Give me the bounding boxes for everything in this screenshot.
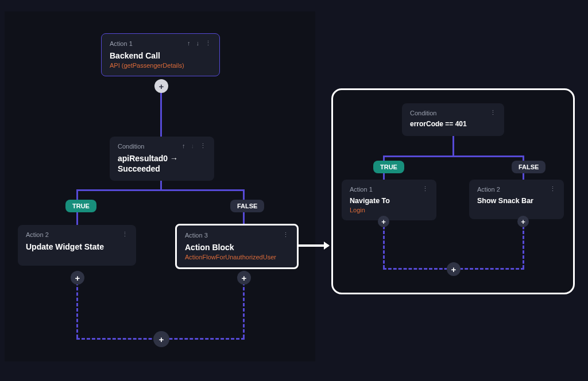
condition-controls: ↑ ↓ ⋮: [182, 142, 206, 150]
add-node-button[interactable]: +: [237, 271, 251, 285]
dashed-connector: [383, 221, 385, 269]
flow-arrow: [299, 244, 328, 247]
move-down-icon: ↓: [191, 142, 195, 150]
dashed-connector: [76, 277, 78, 338]
connector-line: [383, 155, 524, 157]
more-icon[interactable]: ⋮: [205, 40, 211, 47]
condition-title: apiResultad0 → Succeeded: [118, 153, 206, 174]
add-node-button[interactable]: +: [378, 216, 389, 227]
right-action1-card[interactable]: Action 1 ⋮ Navigate To Login: [342, 180, 436, 220]
false-pill: FALSE: [230, 200, 264, 212]
connector-line: [76, 189, 245, 191]
more-icon[interactable]: ⋮: [200, 142, 206, 150]
add-node-button[interactable]: +: [154, 79, 168, 93]
more-icon[interactable]: ⋮: [122, 231, 128, 238]
action2-label: Action 2: [26, 231, 49, 238]
action3-card[interactable]: Action 3 ⋮ Action Block ActionFlowForUna…: [175, 224, 299, 269]
action1-controls: ↑ ↓ ⋮: [187, 40, 211, 47]
action1-card[interactable]: Action 1 ↑ ↓ ⋮ Backend Call API (getPass…: [101, 33, 220, 76]
merge-add-button[interactable]: +: [153, 331, 169, 347]
true-pill: TRUE: [65, 200, 96, 212]
action3-sub: ActionFlowForUnauthorizedUser: [185, 254, 289, 261]
action3-title: Action Block: [185, 242, 289, 252]
right-condition-label: Condition: [410, 110, 436, 116]
right-action2-label: Action 2: [477, 186, 500, 193]
right-condition-title: errorCode == 401: [410, 120, 496, 129]
action1-title: Backend Call: [110, 50, 211, 61]
add-node-button[interactable]: +: [71, 271, 84, 285]
more-icon[interactable]: ⋮: [422, 185, 428, 193]
merge-add-button[interactable]: +: [447, 262, 461, 276]
condition-card[interactable]: Condition ↑ ↓ ⋮ apiResultad0 → Succeeded: [110, 137, 214, 181]
right-action2-title: Show Snack Bar: [477, 196, 556, 205]
add-node-button[interactable]: +: [517, 216, 529, 227]
action1-sub: API (getPassengerDetails): [110, 62, 211, 69]
false-pill: FALSE: [512, 161, 546, 173]
action2-title: Update Widget State: [26, 242, 128, 252]
right-action1-sub: Login: [350, 207, 428, 213]
action3-label: Action 3: [185, 232, 208, 239]
action2-card[interactable]: Action 2 ⋮ Update Widget State: [18, 225, 136, 266]
more-icon[interactable]: ⋮: [283, 231, 289, 239]
move-up-icon[interactable]: ↑: [182, 142, 185, 150]
right-action1-label: Action 1: [350, 186, 373, 193]
right-flow-panel: Condition ⋮ errorCode == 401 TRUE FALSE …: [331, 88, 575, 294]
condition-label: Condition: [118, 143, 144, 150]
dashed-connector: [243, 277, 245, 338]
action1-label: Action 1: [110, 40, 133, 47]
true-pill: TRUE: [373, 161, 404, 173]
left-flow-canvas: Action 1 ↑ ↓ ⋮ Backend Call API (getPass…: [5, 11, 315, 361]
more-icon[interactable]: ⋮: [490, 109, 496, 116]
move-up-icon[interactable]: ↑: [187, 40, 191, 47]
move-down-icon[interactable]: ↓: [196, 40, 200, 47]
dashed-connector: [523, 221, 524, 269]
more-icon[interactable]: ⋮: [550, 185, 556, 193]
right-condition-card[interactable]: Condition ⋮ errorCode == 401: [402, 103, 504, 136]
right-action2-card[interactable]: Action 2 ⋮ Show Snack Bar: [469, 180, 564, 219]
right-action1-title: Navigate To: [350, 196, 428, 205]
